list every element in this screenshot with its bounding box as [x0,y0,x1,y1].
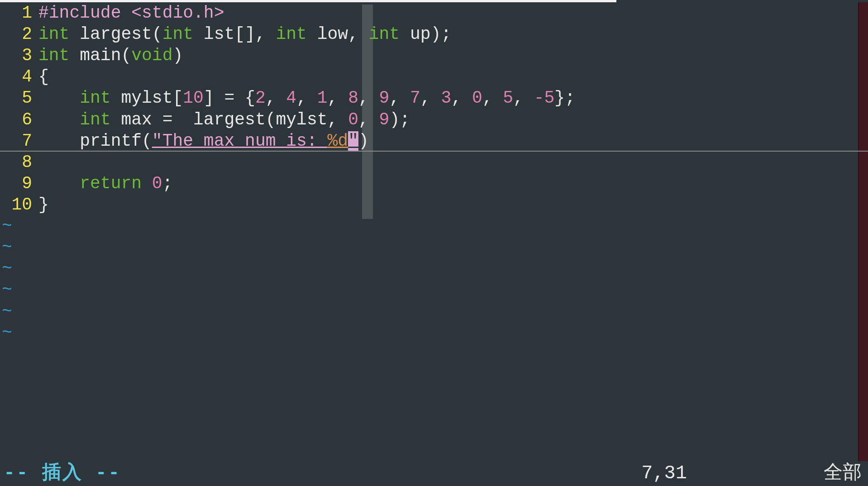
code-line[interactable]: 10} [0,194,868,215]
code-content[interactable]: int largest(int lst[], int low, int up); [38,24,451,45]
code-line[interactable]: 7 printf("The max num is: %d") [0,130,868,152]
code-line[interactable]: 9 return 0; [0,173,868,194]
code-line[interactable]: 8 [0,152,868,173]
empty-line-marker: ~ [0,322,868,343]
code-line[interactable]: 6 int max = largest(mylst, 0, 9); [0,109,868,130]
code-content[interactable]: #include <stdio.h> [38,2,224,24]
line-number: 7 [0,130,38,152]
empty-line-marker: ~ [0,215,868,237]
code-content[interactable]: } [38,194,49,215]
line-number: 6 [0,109,38,130]
line-number: 1 [0,2,38,24]
code-line[interactable]: 2int largest(int lst[], int low, int up)… [0,24,868,45]
line-number: 4 [0,66,38,87]
empty-line-marker: ~ [0,258,868,279]
file-position: 全部 [824,462,862,485]
empty-line-marker: ~ [0,301,868,322]
empty-line-marker: ~ [0,279,868,300]
cursor-position: 7,31 [641,462,687,485]
editor-mode: -- 插入 -- [0,462,121,485]
line-number: 9 [0,173,38,194]
code-line[interactable]: 5 int mylst[10] = {2, 4, 1, 8, 9, 7, 3, … [0,87,868,109]
editor-area[interactable]: 1#include <stdio.h>2int largest(int lst[… [0,2,868,461]
line-number: 2 [0,24,38,45]
code-line[interactable]: 1#include <stdio.h> [0,2,868,24]
code-line[interactable]: 4{ [0,66,868,87]
line-number: 5 [0,87,38,109]
code-line[interactable]: 3int main(void) [0,45,868,66]
code-content[interactable]: int mylst[10] = {2, 4, 1, 8, 9, 7, 3, 0,… [38,87,575,109]
status-bar: -- 插入 -- 7,31 全部 [0,461,868,486]
code-content[interactable]: { [38,66,49,87]
code-content[interactable]: printf("The max num is: %d") [38,130,369,152]
line-number: 8 [0,152,38,173]
code-content[interactable]: int main(void) [38,45,183,66]
code-content[interactable]: int max = largest(mylst, 0, 9); [38,109,410,130]
code-content[interactable]: return 0; [38,173,172,194]
line-number: 3 [0,45,38,66]
line-number: 10 [0,194,38,215]
empty-line-marker: ~ [0,237,868,258]
